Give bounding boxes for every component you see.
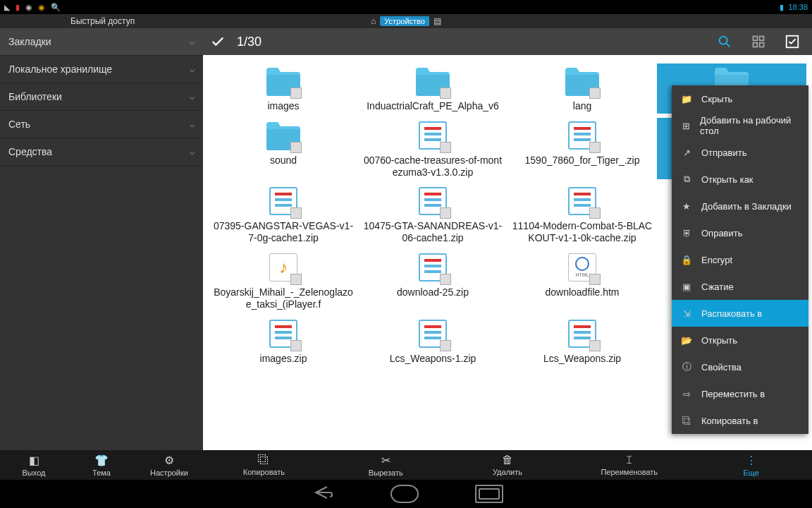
open-ext-icon: ⧉ [680, 173, 693, 186]
ctx-extract[interactable]: ⇲Распаковать в [672, 300, 808, 327]
star-icon: ★ [680, 200, 693, 212]
lock-icon: 🔒 [680, 253, 693, 266]
file-item[interactable]: sound [209, 118, 358, 180]
bottom-exit-button[interactable]: ◧Выход [0, 450, 68, 480]
chevron-down-icon: ⌵ [190, 147, 195, 157]
quick-access-title: Быстрый доступ [70, 16, 135, 26]
cursor-icon: 𝙸 [625, 454, 633, 466]
status-icon: ◣ [4, 3, 10, 12]
extract-icon: ⇲ [680, 307, 693, 320]
file-label: 07395-GANGSTAR-VEGAS-v1-7-0g-cache1.zip [213, 220, 354, 244]
svg-point-0 [720, 37, 727, 44]
file-item[interactable]: ♪Boyarskij_Mihail_-_Zelenoglazoe_taksi_(… [209, 250, 358, 312]
ctx-folder[interactable]: 📁Скрыть [672, 85, 808, 112]
android-status-bar: ◣ ▮ ◉ ◉ 🔍 ▮ 18:38 [0, 0, 812, 14]
file-label: 10475-GTA-SANANDREAS-v1-06-cache1.zip [362, 220, 503, 244]
context-menu: 📁Скрыть⊞Добавить на рабочий стол↗Отправи… [672, 85, 808, 434]
cut-icon: ✂ [381, 454, 390, 467]
file-item[interactable]: download-25.zip [358, 250, 508, 312]
file-item[interactable]: 07395-GANGSTAR-VEGAS-v1-7-0g-cache1.zip [209, 183, 358, 246]
file-item[interactable]: images.zip [209, 316, 358, 366]
clock: 18:38 [788, 3, 808, 11]
dots-icon: ⋮ [746, 454, 757, 467]
ctx-folder-open[interactable]: 📂Открыть [672, 327, 808, 353]
ctx-share[interactable]: ↗Отправить [672, 139, 808, 166]
nav-back-button[interactable] [309, 484, 334, 504]
view-icon[interactable] [750, 33, 767, 50]
bottom-dots-button[interactable]: ⋮Еще [690, 450, 812, 480]
chevron-down-icon: ⌵ [190, 37, 195, 47]
chevron-down-icon: ⌵ [190, 119, 195, 129]
sidebar-item-bookmarks[interactable]: Закладки⌵ [0, 28, 203, 56]
bottom-cut-button[interactable]: ✂Вырезать [325, 450, 447, 480]
file-item[interactable]: Lcs_Weapons.zip [508, 316, 657, 366]
file-label: Boyarskij_Mihail_-_Zelenoglazoe_taksi_(i… [213, 286, 354, 310]
file-label: downloadfile.htm [545, 286, 619, 298]
file-label: lang [573, 100, 591, 112]
copy-to-icon: ⿻ [680, 414, 693, 427]
ctx-copy-to[interactable]: ⿻Копировать в [672, 407, 808, 434]
file-label: 1590_7860_for_Tiger_.zip [525, 155, 640, 167]
trash-icon: 🗑 [502, 454, 513, 466]
svg-rect-5 [760, 43, 764, 47]
bottom-trash-button[interactable]: 🗑Удалить [447, 450, 569, 480]
file-item[interactable]: images [209, 64, 358, 114]
folder-open-icon: 📂 [680, 334, 693, 346]
ctx-plus-box[interactable]: ⊞Добавить на рабочий стол [672, 112, 808, 139]
file-item[interactable]: 11104-Modern-Combat-5-BLACKOUT-v1-1-0k-c… [508, 183, 657, 246]
file-label: 11104-Modern-Combat-5-BLACKOUT-v1-1-0k-c… [512, 220, 653, 244]
android-nav-bar [0, 480, 812, 508]
select-all-icon[interactable] [784, 33, 801, 50]
file-label: sound [270, 155, 297, 167]
svg-rect-3 [760, 37, 764, 41]
sidebar-item-local[interactable]: Локальное хранилище⌵ [0, 56, 203, 83]
file-item[interactable]: 1590_7860_for_Tiger_.zip [508, 118, 657, 180]
file-item[interactable]: InduactrialCraft_PE_Alpha_v6 [358, 64, 508, 114]
ctx-open-ext[interactable]: ⧉Открыть как [672, 166, 808, 193]
signal-icon: ▮ [780, 3, 784, 12]
bottom-cursor-button[interactable]: 𝙸Переименовать [568, 450, 690, 480]
chevron-down-icon: ⌵ [190, 64, 195, 74]
bottom-gear-button[interactable]: ⚙Настройки [135, 450, 203, 480]
svg-line-1 [727, 44, 730, 47]
file-label: images [267, 100, 299, 112]
chevron-down-icon: ⌵ [190, 92, 195, 102]
folder-icon: 📁 [680, 92, 693, 105]
done-icon[interactable] [209, 32, 227, 51]
svg-rect-4 [753, 43, 758, 47]
exit-icon: ◧ [29, 454, 39, 467]
theme-icon: 👕 [94, 454, 109, 467]
bottom-copy-button[interactable]: ⿻Копировать [203, 450, 325, 480]
card-icon[interactable]: ▤ [433, 16, 441, 26]
nav-recent-button[interactable] [475, 485, 503, 503]
nav-home-button[interactable] [390, 485, 419, 503]
compress-icon: ▣ [680, 280, 693, 293]
file-item[interactable]: lang [508, 64, 657, 114]
sidebar-item-network[interactable]: Сеть⌵ [0, 111, 203, 138]
file-label: download-25.zip [397, 286, 469, 298]
search-icon: 🔍 [51, 3, 61, 12]
ctx-lock[interactable]: 🔒Encrypt [672, 246, 808, 273]
ctx-compress[interactable]: ▣Сжатие [672, 273, 808, 300]
ctx-star[interactable]: ★Добавить в Закладки [672, 193, 808, 219]
svg-rect-2 [753, 37, 758, 41]
file-item[interactable]: 00760-cache-treasures-of-montezuma3-v1.3… [358, 118, 508, 180]
search-icon[interactable] [716, 33, 733, 50]
sidebar-item-libraries[interactable]: Библиотеки⌵ [0, 83, 203, 111]
ctx-shield[interactable]: ⛨Оправить [672, 219, 808, 246]
camera-icon-2: ◉ [38, 3, 45, 12]
location-badge[interactable]: Устройство [380, 16, 429, 26]
file-label: Lcs_Weapons.zip [543, 353, 621, 365]
info-icon: ⓘ [680, 361, 693, 373]
gear-icon: ⚙ [164, 454, 174, 467]
file-item[interactable]: HTMLdownloadfile.htm [508, 250, 657, 312]
quick-access-bar: Быстрый доступ ⌂ Устройство ▤ [0, 14, 812, 28]
bottom-theme-button[interactable]: 👕Тема [68, 450, 135, 480]
file-item[interactable]: 10475-GTA-SANANDREAS-v1-06-cache1.zip [358, 183, 508, 246]
ctx-info[interactable]: ⓘСвойства [672, 353, 808, 380]
sidebar-item-tools[interactable]: Средства⌵ [0, 138, 203, 166]
ctx-move[interactable]: ⇨Переместить в [672, 380, 808, 407]
file-item[interactable]: Lcs_Weapons-1.zip [358, 316, 508, 366]
home-icon[interactable]: ⌂ [371, 16, 376, 26]
file-label: 00760-cache-treasures-of-montezuma3-v1.3… [362, 155, 503, 179]
